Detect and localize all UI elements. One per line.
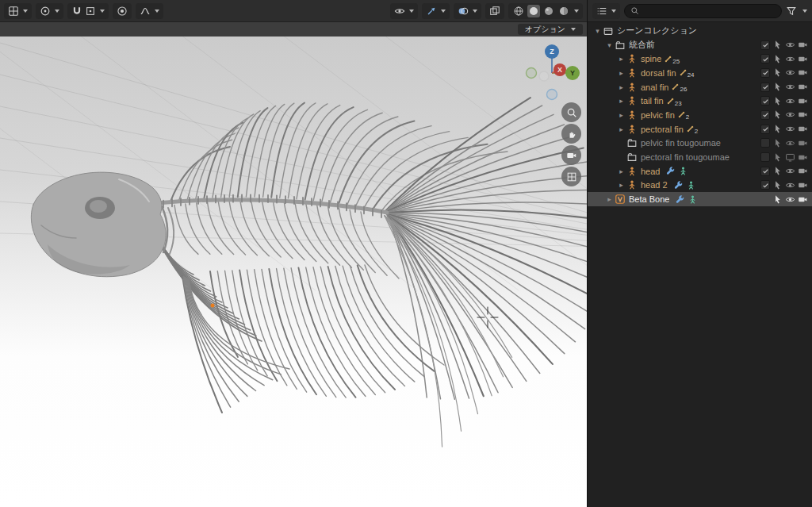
shading-render-icon[interactable] [557, 5, 570, 17]
visibility-eye-icon[interactable] [785, 180, 795, 190]
render-camera-icon[interactable] [798, 194, 808, 205]
visibility-eye-icon[interactable] [785, 166, 795, 176]
render-camera-icon[interactable] [798, 82, 808, 92]
visibility-eye-icon[interactable] [785, 109, 795, 120]
outliner-row-統合前[interactable]: ▾統合前 [588, 38, 812, 52]
axis-y-negative[interactable] [527, 68, 537, 79]
render-camera-icon[interactable] [798, 54, 808, 64]
shading-wire-icon[interactable] [512, 5, 525, 17]
cursor-select-icon[interactable] [772, 152, 783, 163]
exclude-checkbox[interactable] [760, 83, 770, 92]
outliner-row-pectoral-fin[interactable]: ▸pectoral fin2 [588, 122, 812, 136]
disclosure-triangle[interactable]: ▸ [616, 55, 626, 63]
zoom-button[interactable] [561, 102, 581, 122]
cursor-select-icon[interactable] [772, 40, 783, 50]
outliner-row-pectoral-fin-tougoumae[interactable]: pectoral fin tougoumae [588, 150, 812, 164]
outliner-search[interactable] [624, 4, 782, 18]
exclude-checkbox[interactable] [760, 152, 770, 162]
exclude-checkbox[interactable] [760, 138, 770, 148]
disclosure-triangle[interactable]: ▾ [592, 27, 603, 35]
cursor-select-icon[interactable] [772, 194, 783, 205]
object-visibility-dropdown[interactable] [390, 3, 418, 19]
render-camera-icon[interactable] [798, 40, 808, 50]
visibility-eye-icon[interactable] [785, 138, 795, 148]
cursor-select-icon[interactable] [772, 180, 783, 190]
show-gizmos-dropdown[interactable] [422, 3, 450, 19]
outliner-row-head[interactable]: ▸head [588, 164, 812, 179]
cursor-select-icon[interactable] [772, 67, 783, 78]
axis-x-negative[interactable] [539, 71, 549, 81]
visibility-eye-icon[interactable] [785, 96, 795, 106]
visibility-eye-icon[interactable] [785, 124, 795, 134]
snapping-dropdown[interactable] [67, 3, 109, 19]
render-camera-icon[interactable] [798, 166, 808, 176]
disclosure-triangle[interactable]: ▸ [616, 69, 626, 77]
exclude-checkbox[interactable] [760, 68, 770, 78]
axis-z-negative[interactable] [547, 90, 557, 100]
editor-type-selector[interactable] [4, 3, 32, 19]
disclosure-triangle[interactable]: ▸ [616, 97, 626, 105]
shading-material-icon[interactable] [542, 5, 555, 17]
visibility-eye-icon[interactable] [785, 67, 795, 78]
disclosure-triangle[interactable]: ▸ [616, 111, 626, 119]
visibility-eye-icon[interactable] [785, 40, 795, 50]
outliner-row-tail-fin[interactable]: ▸tail fin23 [588, 94, 812, 108]
exclude-checkbox[interactable] [760, 96, 770, 106]
cursor-select-icon[interactable] [772, 166, 783, 176]
filter-funnel-icon[interactable] [786, 6, 797, 17]
exclude-checkbox[interactable] [760, 167, 770, 176]
render-camera-icon[interactable] [798, 180, 808, 190]
chevron-down-icon[interactable] [802, 10, 807, 13]
shading-mode-group[interactable] [508, 3, 583, 19]
cursor-select-icon[interactable] [772, 138, 783, 148]
shading-solid-icon[interactable] [527, 5, 540, 17]
cursor-select-icon[interactable] [772, 124, 783, 134]
exclude-checkbox[interactable] [760, 180, 770, 190]
outliner-row-spine[interactable]: ▸spine25 [588, 52, 812, 66]
cursor-select-icon[interactable] [772, 54, 783, 64]
proportional-falloff-dropdown[interactable] [136, 3, 163, 19]
proportional-editing-toggle[interactable] [113, 3, 132, 19]
cursor-select-icon[interactable] [772, 109, 783, 120]
show-overlays-dropdown[interactable] [454, 3, 481, 19]
camera-view-button[interactable] [561, 145, 581, 165]
render-camera-icon[interactable] [798, 67, 808, 78]
visibility-eye-icon[interactable] [785, 82, 795, 92]
exclude-checkbox[interactable] [760, 54, 770, 63]
disclosure-triangle[interactable]: ▸ [616, 83, 626, 91]
outliner-row-dorsal-fin[interactable]: ▸dorsal fin24 [588, 66, 812, 80]
outliner-row-Beta-Bone[interactable]: ▸Beta Bone [588, 192, 812, 206]
visibility-eye-icon[interactable] [785, 54, 795, 64]
options-dropdown[interactable]: オプション [518, 24, 583, 35]
screen-visibility-icon[interactable] [785, 152, 795, 163]
pan-button[interactable] [561, 124, 581, 144]
outliner-row-pelvic-fin[interactable]: ▸pelvic fin2 [588, 108, 812, 122]
exclude-checkbox[interactable] [760, 40, 770, 50]
outliner-row-head-2[interactable]: ▸head 2 [588, 179, 812, 193]
search-input[interactable] [642, 6, 776, 16]
outliner-row-シーンコレクション[interactable]: ▾シーンコレクション [588, 24, 812, 38]
disclosure-triangle[interactable]: ▸ [616, 167, 626, 175]
render-camera-icon[interactable] [798, 96, 808, 106]
exclude-checkbox[interactable] [760, 125, 770, 134]
viewport-3d[interactable]: ZXY [0, 36, 587, 507]
toggle-xray-button[interactable] [485, 3, 504, 19]
render-camera-icon[interactable] [798, 124, 808, 134]
toggle-perspective-button[interactable] [561, 167, 581, 186]
outliner-row-anal-fin[interactable]: ▸anal fin26 [588, 80, 812, 94]
disclosure-triangle[interactable]: ▸ [604, 195, 615, 203]
display-mode-dropdown[interactable] [592, 3, 620, 19]
navigation-gizmo[interactable]: ZXY [520, 41, 584, 105]
disclosure-triangle[interactable]: ▸ [616, 181, 626, 189]
transform-orientation-dropdown[interactable] [36, 3, 63, 19]
render-camera-icon[interactable] [798, 138, 808, 148]
disclosure-triangle[interactable]: ▾ [604, 41, 615, 49]
cursor-select-icon[interactable] [772, 82, 783, 92]
render-camera-icon[interactable] [798, 152, 808, 163]
visibility-eye-icon[interactable] [785, 194, 795, 205]
disclosure-triangle[interactable]: ▸ [616, 125, 626, 133]
outliner-row-pelvic-fin-tougoumae[interactable]: pelvic fin tougoumae [588, 136, 812, 151]
render-camera-icon[interactable] [798, 109, 808, 120]
exclude-checkbox[interactable] [760, 110, 770, 120]
cursor-select-icon[interactable] [772, 96, 783, 106]
